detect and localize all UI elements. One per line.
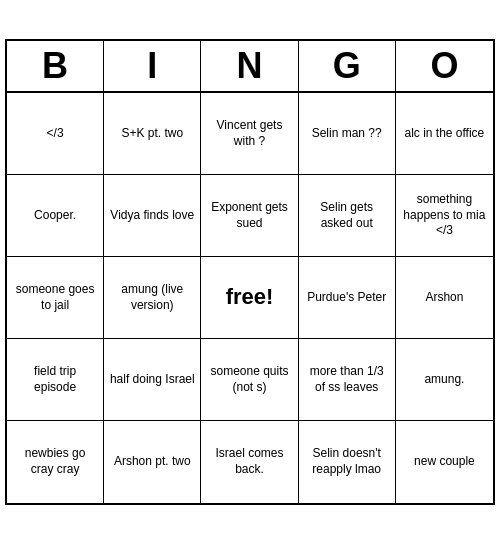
bingo-cell-18: more than 1/3 of ss leaves xyxy=(299,339,396,421)
bingo-cell-4: alc in the office xyxy=(396,93,493,175)
header-letter-g: G xyxy=(299,41,396,91)
bingo-cell-17: someone quits (not s) xyxy=(201,339,298,421)
bingo-header: BINGO xyxy=(7,41,493,93)
bingo-cell-0: </3 xyxy=(7,93,104,175)
bingo-cell-7: Exponent gets sued xyxy=(201,175,298,257)
bingo-cell-12: free! xyxy=(201,257,298,339)
bingo-grid: </3S+K pt. twoVincent gets with ?Selin m… xyxy=(7,93,493,503)
bingo-cell-23: Selin doesn't reapply lmao xyxy=(299,421,396,503)
bingo-cell-2: Vincent gets with ? xyxy=(201,93,298,175)
bingo-card: BINGO </3S+K pt. twoVincent gets with ?S… xyxy=(5,39,495,505)
header-letter-o: O xyxy=(396,41,493,91)
header-letter-b: B xyxy=(7,41,104,91)
bingo-cell-8: Selin gets asked out xyxy=(299,175,396,257)
bingo-cell-5: Cooper. xyxy=(7,175,104,257)
bingo-cell-24: new couple xyxy=(396,421,493,503)
bingo-cell-3: Selin man ?? xyxy=(299,93,396,175)
bingo-cell-9: something happens to mia </3 xyxy=(396,175,493,257)
bingo-cell-13: Purdue's Peter xyxy=(299,257,396,339)
bingo-cell-21: Arshon pt. two xyxy=(104,421,201,503)
bingo-cell-20: newbies go cray cray xyxy=(7,421,104,503)
bingo-cell-6: Vidya finds love xyxy=(104,175,201,257)
bingo-cell-22: Israel comes back. xyxy=(201,421,298,503)
bingo-cell-15: field trip episode xyxy=(7,339,104,421)
bingo-cell-1: S+K pt. two xyxy=(104,93,201,175)
bingo-cell-16: half doing Israel xyxy=(104,339,201,421)
bingo-cell-19: amung. xyxy=(396,339,493,421)
header-letter-i: I xyxy=(104,41,201,91)
header-letter-n: N xyxy=(201,41,298,91)
bingo-cell-11: amung (live version) xyxy=(104,257,201,339)
bingo-cell-10: someone goes to jail xyxy=(7,257,104,339)
bingo-cell-14: Arshon xyxy=(396,257,493,339)
